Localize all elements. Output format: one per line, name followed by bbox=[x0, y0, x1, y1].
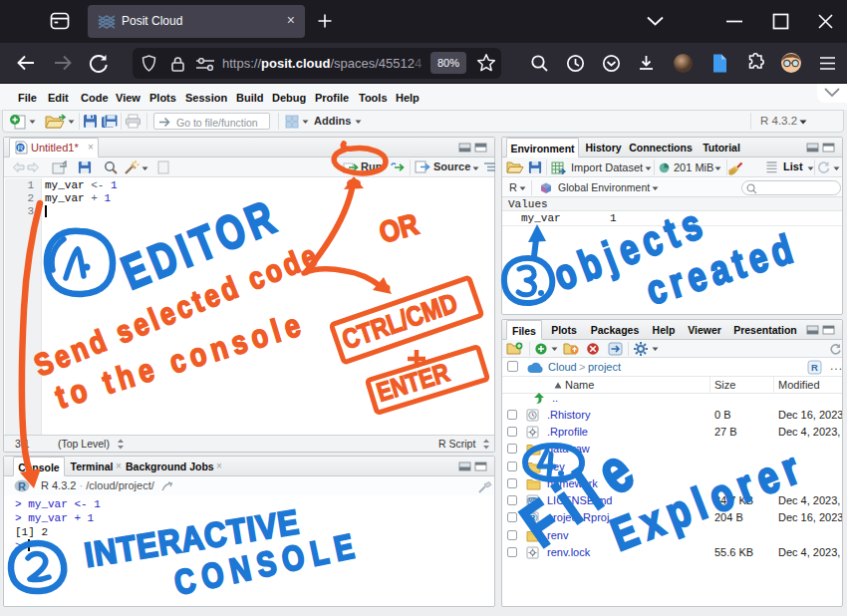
svg-text:OR: OR bbox=[376, 207, 422, 249]
